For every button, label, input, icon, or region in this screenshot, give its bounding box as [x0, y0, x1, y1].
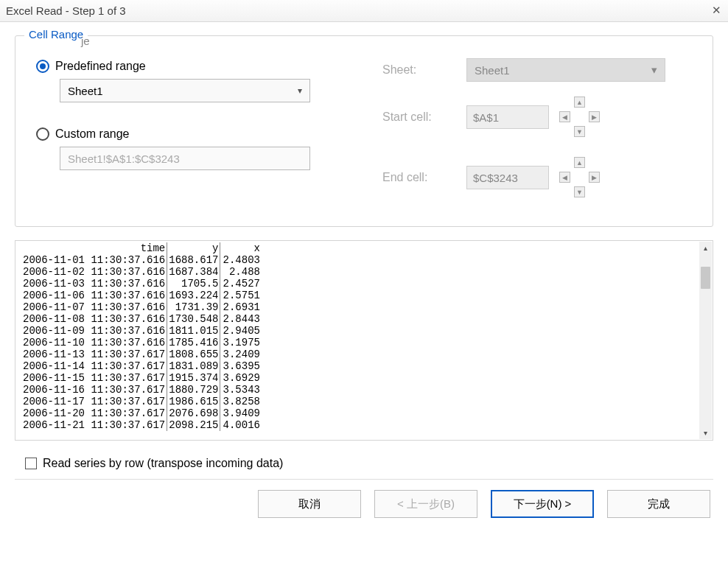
end-cell-label: End cell: [382, 171, 456, 184]
table-row: 2006-11-17 11:30:37.6171986.6153.8258 [21, 396, 262, 407]
checkbox-icon [25, 458, 37, 469]
column-header: y [167, 242, 220, 254]
table-row: 2006-11-01 11:30:37.6161688.6172.4803 [21, 254, 262, 266]
custom-range-label: Custom range [55, 127, 130, 141]
window-title: Excel Read - Step 1 of 3 [6, 4, 126, 17]
column-header: time [21, 242, 167, 254]
table-row: 2006-11-08 11:30:37.6161730.5482.8443 [21, 313, 262, 325]
title-bar: Excel Read - Step 1 of 3 ✕ [0, 0, 728, 22]
cell-range-group: Cell Range je Predefined range Sheet1 ▾ … [15, 35, 713, 227]
data-preview: timeyx2006-11-01 11:30:37.6161688.6172.4… [15, 240, 713, 441]
table-row: 2006-11-16 11:30:37.6171880.7293.5343 [21, 384, 262, 396]
start-cell-stepper: ▲ ◀ ▶ ▼ [559, 97, 601, 138]
back-button: < 上一步(B) [374, 490, 477, 518]
end-cell-value: $C$3243 [473, 172, 518, 184]
custom-range-value: Sheet1!$A$1:$C$3243 [68, 153, 180, 165]
predefined-range-radio[interactable]: Predefined range [36, 60, 353, 73]
start-cell-value: $A$1 [473, 111, 499, 124]
close-icon[interactable]: ✕ [710, 5, 722, 17]
step-up-button[interactable]: ▲ [574, 97, 585, 108]
chevron-down-icon: ▾ [298, 85, 302, 96]
step-down-button[interactable]: ▼ [574, 186, 585, 197]
predefined-range-select[interactable]: Sheet1 ▾ [60, 79, 310, 102]
transpose-checkbox[interactable]: Read series by row (transpose incoming d… [25, 457, 713, 470]
sheet-select[interactable]: Sheet1 ▾ [466, 58, 665, 82]
scroll-down-icon[interactable]: ▾ [699, 427, 712, 439]
scroll-up-icon[interactable]: ▴ [699, 242, 712, 254]
custom-range-radio[interactable]: Custom range [36, 127, 353, 141]
radio-unselected-icon [36, 127, 49, 141]
preview-table: timeyx2006-11-01 11:30:37.6161688.6172.4… [21, 242, 262, 431]
table-row: 2006-11-06 11:30:37.6161693.2242.5751 [21, 290, 262, 301]
table-row: 2006-11-13 11:30:37.6171808.6553.2409 [21, 348, 262, 360]
column-header: x [220, 242, 262, 254]
table-row: 2006-11-21 11:30:37.6172098.2154.0016 [21, 419, 262, 431]
cell-range-legend: Cell Range [24, 28, 88, 41]
table-row: 2006-11-20 11:30:37.6172076.6983.9409 [21, 407, 262, 419]
step-left-button[interactable]: ◀ [559, 172, 570, 183]
table-row: 2006-11-10 11:30:37.6161785.4163.1975 [21, 337, 262, 348]
end-cell-stepper: ▲ ◀ ▶ ▼ [559, 157, 601, 198]
predefined-range-value: Sheet1 [68, 85, 103, 97]
finish-button[interactable]: 完成 [607, 490, 710, 518]
radio-selected-icon [36, 60, 49, 73]
step-right-button[interactable]: ▶ [589, 172, 600, 183]
custom-range-input[interactable]: Sheet1!$A$1:$C$3243 [60, 147, 310, 170]
table-row: 2006-11-09 11:30:37.6161811.0152.9405 [21, 325, 262, 337]
step-down-button[interactable]: ▼ [574, 126, 585, 137]
start-cell-label: Start cell: [382, 111, 456, 124]
cancel-button[interactable]: 取消 [258, 490, 361, 518]
step-left-button[interactable]: ◀ [559, 111, 570, 122]
end-cell-input[interactable]: $C$3243 [466, 166, 549, 189]
table-row: 2006-11-15 11:30:37.6171915.3743.6929 [21, 372, 262, 384]
table-row: 2006-11-07 11:30:37.6161731.392.6931 [21, 301, 262, 313]
table-row: 2006-11-03 11:30:37.6161705.52.4527 [21, 278, 262, 290]
chevron-down-icon: ▾ [651, 63, 657, 77]
step-right-button[interactable]: ▶ [589, 111, 600, 122]
predefined-range-label: Predefined range [55, 60, 146, 73]
preview-scrollbar[interactable]: ▴ ▾ [699, 242, 712, 439]
step-up-button[interactable]: ▲ [574, 157, 585, 168]
table-row: 2006-11-14 11:30:37.6171831.0893.6395 [21, 360, 262, 372]
sheet-label: Sheet: [382, 63, 456, 77]
separator [15, 479, 713, 480]
scroll-thumb[interactable] [701, 267, 710, 289]
table-row: 2006-11-02 11:30:37.6161687.3842.488 [21, 266, 262, 278]
start-cell-input[interactable]: $A$1 [466, 105, 549, 129]
next-button[interactable]: 下一步(N) > [491, 490, 594, 518]
sheet-value: Sheet1 [475, 64, 510, 77]
transpose-label: Read series by row (transpose incoming d… [43, 457, 283, 470]
